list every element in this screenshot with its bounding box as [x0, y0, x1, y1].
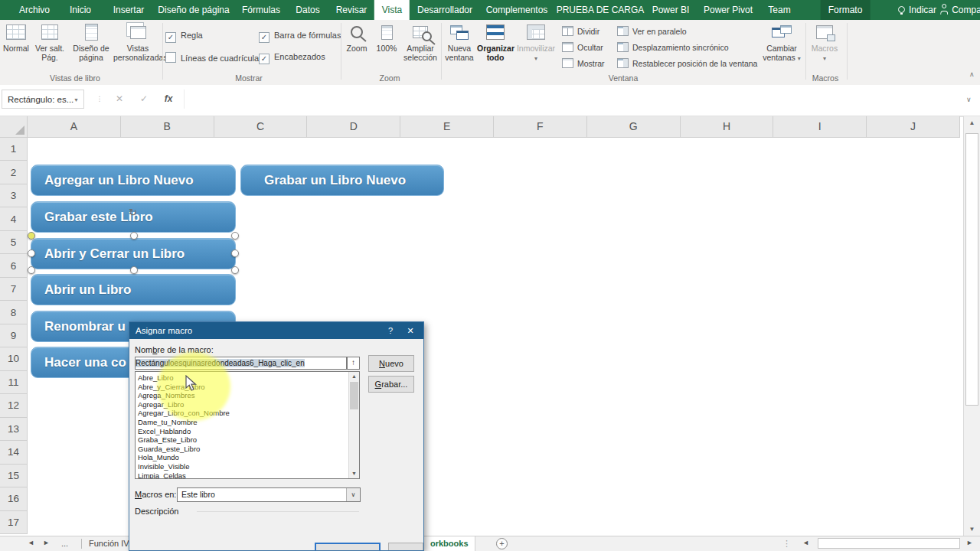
column-header[interactable]: F	[494, 116, 587, 138]
row-header[interactable]: 8	[0, 301, 28, 324]
column-header[interactable]: D	[307, 116, 400, 138]
page-break-preview-button[interactable]: Ver salt. Pág.	[31, 23, 68, 62]
hide-button[interactable]: Ocultar	[562, 42, 603, 53]
formula-bar-checkbox[interactable]: Barra de fórmulas	[259, 31, 341, 43]
macro-list-scrollbar[interactable]: ▲ ▼	[348, 372, 359, 478]
scroll-down-icon[interactable]: ▼	[964, 526, 980, 533]
shape-button-agregar-libro[interactable]: Agregar un Libro Nuevo	[31, 165, 236, 196]
ruler-checkbox[interactable]: Regla	[165, 31, 203, 43]
tab-insertar[interactable]: Insertar	[106, 0, 152, 20]
headings-checkbox[interactable]: Encabezados	[259, 52, 325, 64]
macro-list-item[interactable]: Dame_tu_Nombre	[138, 418, 347, 427]
tab-desarrollador[interactable]: Desarrollador	[410, 0, 480, 20]
record-macro-button[interactable]: Grabar...	[368, 376, 414, 393]
macro-list-item[interactable]: Limpia_Celdas	[138, 471, 347, 479]
selection-handle[interactable]	[231, 232, 239, 240]
freeze-panes-button[interactable]: Inmovilizar ▾	[514, 23, 558, 64]
scrollbar-thumb[interactable]	[350, 382, 358, 409]
combo-chevron-icon[interactable]: ∨	[346, 488, 360, 501]
sheet-nav-more-icon[interactable]: ...	[61, 539, 68, 548]
scrollbar-splitter[interactable]: ⋮	[782, 539, 791, 549]
macro-list-item[interactable]: Abre_Libro	[138, 373, 347, 383]
namebox-splitter[interactable]: ⋮	[90, 90, 109, 109]
row-header[interactable]: 9	[0, 324, 28, 347]
tab-revisar[interactable]: Revisar	[328, 0, 375, 20]
insert-function-icon[interactable]: fx	[159, 90, 178, 109]
macro-list-item[interactable]: Invisible_Visible	[138, 462, 347, 471]
row-header[interactable]: 4	[0, 207, 28, 230]
accept-button[interactable]	[315, 543, 381, 551]
select-all-corner[interactable]	[0, 116, 28, 138]
tab-formato[interactable]: Formato	[821, 0, 871, 20]
column-header[interactable]: E	[400, 116, 494, 138]
row-header[interactable]: 5	[0, 231, 28, 254]
column-header[interactable]: B	[121, 116, 214, 138]
row-header[interactable]: 15	[0, 465, 28, 487]
macro-list-item[interactable]: Excel_Hablando	[138, 427, 347, 436]
scrollbar-thumb[interactable]	[965, 133, 978, 406]
cancel-button[interactable]	[388, 543, 423, 551]
macro-list-item[interactable]: Guarda_este_Libro	[138, 445, 347, 454]
column-header[interactable]: H	[681, 116, 774, 138]
new-window-button[interactable]: Nueva ventana	[443, 23, 476, 62]
macro-list-item[interactable]: Agrega_Nombres	[138, 391, 347, 400]
enter-icon[interactable]: ✓	[135, 90, 153, 109]
sheet-nav-right-icon[interactable]: ►	[43, 539, 50, 546]
tab-datos[interactable]: Datos	[288, 0, 327, 20]
row-header[interactable]: 2	[0, 161, 28, 184]
zoom-to-selection-button[interactable]: Ampliar selección	[401, 23, 439, 62]
hscroll-right-icon[interactable]: ►	[966, 539, 973, 546]
tab-team[interactable]: Team	[760, 0, 798, 20]
tab-archivo[interactable]: Archivo	[11, 0, 57, 20]
tab-diseno-pagina[interactable]: Diseño de página	[150, 0, 237, 20]
row-header[interactable]: 13	[0, 418, 28, 441]
tab-power-pivot[interactable]: Power Pivot	[696, 0, 760, 20]
row-header[interactable]: 12	[0, 394, 28, 417]
tab-vista[interactable]: Vista	[374, 0, 410, 20]
page-layout-button[interactable]: Diseño de página	[69, 23, 113, 62]
scroll-up-icon[interactable]: ▲	[349, 372, 359, 381]
tab-formulas[interactable]: Fórmulas	[234, 0, 288, 20]
spin-up-icon[interactable]: ↑	[347, 357, 360, 370]
tab-compartir[interactable]: Compartir	[933, 0, 980, 20]
shape-button-abrir-cerrar-libro[interactable]: Abrir y Cerrar un Libro	[31, 238, 236, 269]
new-macro-button[interactable]: Nuevo	[368, 355, 414, 372]
custom-views-button[interactable]: Vistas personalizadas	[113, 23, 162, 62]
shape-button-grabar-libro-nuevo[interactable]: Grabar un Libro Nuevo	[240, 165, 444, 196]
tab-complementos[interactable]: Complementos	[479, 0, 556, 20]
dialog-close-icon[interactable]: ✕	[400, 322, 420, 339]
selection-handle[interactable]	[130, 232, 138, 240]
rotate-handle-icon[interactable]: ↻	[129, 207, 137, 218]
macro-list-item[interactable]: Hola_Mundo	[138, 453, 347, 462]
column-header[interactable]: I	[773, 116, 867, 138]
vertical-scrollbar[interactable]: ▲ ▼	[963, 116, 980, 536]
row-header[interactable]: 16	[0, 487, 28, 510]
macros-in-select[interactable]: Este libro ∨	[177, 487, 361, 502]
view-side-by-side-button[interactable]: Ver en paralelo	[617, 26, 687, 37]
split-button[interactable]: Dividir	[562, 26, 599, 37]
name-box[interactable]: Rectángulo: es... ▼	[2, 90, 84, 109]
scroll-down-icon[interactable]: ▼	[349, 469, 359, 478]
row-header[interactable]: 10	[0, 347, 28, 370]
column-header[interactable]: C	[214, 116, 308, 138]
macro-list-item[interactable]: Abre_y_Cierra_Libro	[138, 383, 347, 392]
scroll-up-icon[interactable]: ▲	[964, 119, 980, 126]
selection-handle[interactable]	[130, 266, 138, 274]
row-header[interactable]: 14	[0, 441, 28, 464]
row-header[interactable]: 7	[0, 278, 28, 301]
row-header[interactable]: 3	[0, 184, 28, 207]
macro-list-item[interactable]: Graba_Este_Libro	[138, 435, 347, 445]
collapse-ribbon-icon[interactable]: ∧	[969, 70, 975, 78]
tab-prueba-de-carga[interactable]: PRUEBA DE CARGA	[549, 0, 652, 20]
selection-handle[interactable]	[231, 266, 239, 274]
unhide-button[interactable]: Mostrar	[562, 58, 605, 69]
synchronous-scrolling-button[interactable]: Desplazamiento sincrónico	[617, 42, 728, 53]
selection-handle[interactable]	[28, 266, 35, 274]
arrange-all-button[interactable]: Organizar todo	[477, 23, 514, 62]
sheet-tab-active[interactable]: orkbooks	[423, 536, 475, 551]
column-header[interactable]: J	[867, 116, 960, 138]
name-box-dropdown-icon[interactable]: ▼	[74, 90, 79, 109]
row-header[interactable]: 11	[0, 371, 28, 394]
sheet-nav-left-icon[interactable]: ◄	[28, 539, 34, 546]
horizontal-scrollbar[interactable]	[818, 538, 960, 549]
